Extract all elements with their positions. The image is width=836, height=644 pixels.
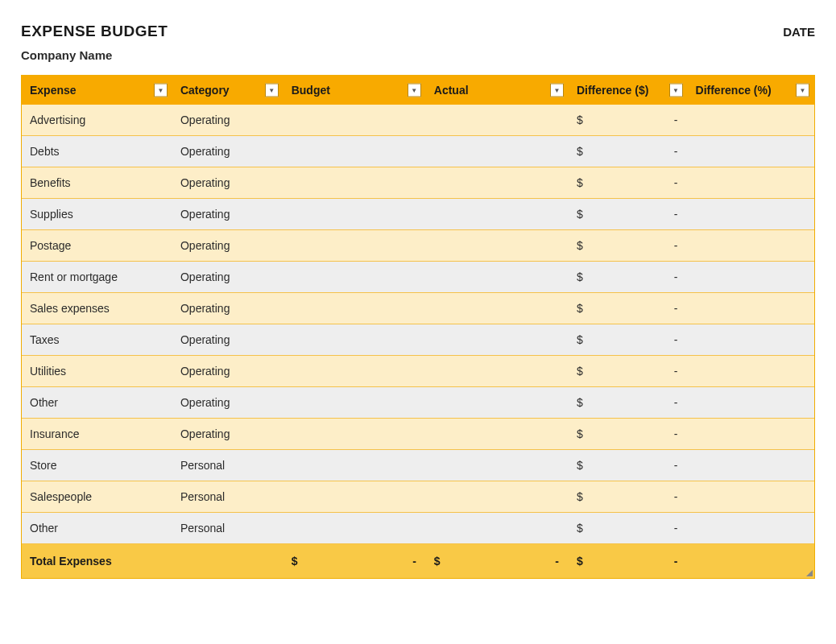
cell-budget[interactable] bbox=[283, 356, 426, 387]
cell-expense[interactable]: Other bbox=[22, 387, 172, 419]
cell-expense[interactable]: Benefits bbox=[22, 167, 172, 199]
cell-expense[interactable]: Taxes bbox=[22, 324, 172, 356]
cell-difference-percent[interactable] bbox=[688, 293, 814, 324]
cell-budget[interactable] bbox=[283, 167, 426, 199]
cell-actual[interactable] bbox=[426, 167, 569, 199]
cell-actual[interactable] bbox=[426, 262, 569, 293]
cell-category[interactable]: Operating bbox=[172, 199, 283, 230]
cell-difference-dollar[interactable]: $- bbox=[569, 199, 688, 230]
date-label: DATE bbox=[783, 25, 815, 39]
cell-actual[interactable] bbox=[426, 387, 569, 419]
cell-difference-percent[interactable] bbox=[688, 450, 814, 481]
value-dash: - bbox=[412, 555, 416, 568]
cell-difference-percent[interactable] bbox=[688, 387, 814, 419]
filter-dropdown-icon[interactable]: ▼ bbox=[265, 84, 279, 97]
cell-difference-dollar[interactable]: $- bbox=[569, 293, 688, 324]
cell-difference-dollar[interactable]: $- bbox=[569, 356, 688, 387]
cell-expense[interactable]: Postage bbox=[22, 230, 172, 262]
cell-category[interactable]: Operating bbox=[172, 230, 283, 262]
cell-expense[interactable]: Insurance bbox=[22, 419, 172, 450]
cell-actual[interactable] bbox=[426, 136, 569, 167]
filter-dropdown-icon[interactable]: ▼ bbox=[550, 84, 564, 97]
cell-difference-dollar[interactable]: $- bbox=[569, 230, 688, 262]
filter-dropdown-icon[interactable]: ▼ bbox=[154, 84, 168, 97]
cell-budget[interactable] bbox=[283, 105, 426, 136]
cell-difference-dollar[interactable]: $- bbox=[569, 387, 688, 419]
cell-difference-dollar[interactable]: $- bbox=[569, 324, 688, 356]
cell-category[interactable]: Personal bbox=[172, 513, 283, 544]
cell-difference-dollar[interactable]: $- bbox=[569, 136, 688, 167]
cell-expense[interactable]: Supplies bbox=[22, 199, 172, 230]
cell-difference-percent[interactable] bbox=[688, 419, 814, 450]
cell-actual[interactable] bbox=[426, 199, 569, 230]
cell-difference-dollar[interactable]: $- bbox=[569, 105, 688, 136]
cell-difference-percent[interactable] bbox=[688, 105, 814, 136]
cell-category[interactable]: Operating bbox=[172, 136, 283, 167]
cell-actual[interactable] bbox=[426, 419, 569, 450]
col-header-category: Category ▼ bbox=[172, 76, 283, 105]
cell-expense[interactable]: Rent or mortgage bbox=[22, 262, 172, 293]
col-header-label: Category bbox=[180, 84, 230, 97]
cell-category[interactable]: Operating bbox=[172, 356, 283, 387]
cell-actual[interactable] bbox=[426, 324, 569, 356]
cell-category[interactable]: Operating bbox=[172, 105, 283, 136]
cell-expense[interactable]: Salespeople bbox=[22, 481, 172, 513]
cell-expense[interactable]: Sales expenses bbox=[22, 293, 172, 324]
cell-category[interactable]: Operating bbox=[172, 293, 283, 324]
cell-actual[interactable] bbox=[426, 293, 569, 324]
cell-expense[interactable]: Utilities bbox=[22, 356, 172, 387]
cell-difference-percent[interactable] bbox=[688, 513, 814, 544]
cell-budget[interactable] bbox=[283, 136, 426, 167]
cell-difference-percent[interactable] bbox=[688, 199, 814, 230]
cell-category[interactable]: Operating bbox=[172, 167, 283, 199]
cell-category[interactable]: Personal bbox=[172, 450, 283, 481]
cell-difference-dollar[interactable]: $- bbox=[569, 167, 688, 199]
cell-expense[interactable]: Other bbox=[22, 513, 172, 544]
page-title: EXPENSE BUDGET bbox=[21, 23, 168, 40]
cell-difference-percent[interactable] bbox=[688, 167, 814, 199]
cell-category[interactable]: Personal bbox=[172, 481, 283, 513]
cell-budget[interactable] bbox=[283, 450, 426, 481]
filter-dropdown-icon[interactable]: ▼ bbox=[669, 84, 683, 97]
cell-difference-percent[interactable] bbox=[688, 230, 814, 262]
filter-dropdown-icon[interactable]: ▼ bbox=[796, 84, 809, 97]
cell-expense[interactable]: Store bbox=[22, 450, 172, 481]
cell-budget[interactable] bbox=[283, 293, 426, 324]
cell-category[interactable]: Operating bbox=[172, 324, 283, 356]
table-resize-handle-icon[interactable] bbox=[806, 570, 813, 576]
cell-difference-dollar[interactable]: $- bbox=[569, 419, 688, 450]
cell-budget[interactable] bbox=[283, 513, 426, 544]
cell-difference-percent[interactable] bbox=[688, 262, 814, 293]
cell-actual[interactable] bbox=[426, 356, 569, 387]
cell-actual[interactable] bbox=[426, 450, 569, 481]
table-row: Rent or mortgageOperating$- bbox=[22, 262, 814, 293]
filter-dropdown-icon[interactable]: ▼ bbox=[408, 84, 421, 97]
cell-category[interactable]: Operating bbox=[172, 419, 283, 450]
cell-category[interactable]: Operating bbox=[172, 387, 283, 419]
cell-budget[interactable] bbox=[283, 262, 426, 293]
table-row: UtilitiesOperating$- bbox=[22, 356, 814, 387]
cell-actual[interactable] bbox=[426, 481, 569, 513]
cell-budget[interactable] bbox=[283, 230, 426, 262]
cell-budget[interactable] bbox=[283, 419, 426, 450]
cell-budget[interactable] bbox=[283, 387, 426, 419]
cell-expense[interactable]: Advertising bbox=[22, 105, 172, 136]
cell-difference-percent[interactable] bbox=[688, 324, 814, 356]
cell-budget[interactable] bbox=[283, 324, 426, 356]
cell-difference-dollar[interactable]: $- bbox=[569, 481, 688, 513]
cell-budget[interactable] bbox=[283, 481, 426, 513]
cell-difference-percent[interactable] bbox=[688, 136, 814, 167]
cell-expense[interactable]: Debts bbox=[22, 136, 172, 167]
cell-difference-dollar[interactable]: $- bbox=[569, 513, 688, 544]
currency-symbol: $ bbox=[577, 365, 588, 378]
cell-category[interactable]: Operating bbox=[172, 262, 283, 293]
cell-difference-dollar[interactable]: $- bbox=[569, 262, 688, 293]
cell-actual[interactable] bbox=[426, 105, 569, 136]
cell-difference-percent[interactable] bbox=[688, 356, 814, 387]
cell-actual[interactable] bbox=[426, 230, 569, 262]
cell-actual[interactable] bbox=[426, 513, 569, 544]
col-header-label: Difference (%) bbox=[696, 84, 772, 97]
cell-budget[interactable] bbox=[283, 199, 426, 230]
cell-difference-dollar[interactable]: $- bbox=[569, 450, 688, 481]
cell-difference-percent[interactable] bbox=[688, 481, 814, 513]
